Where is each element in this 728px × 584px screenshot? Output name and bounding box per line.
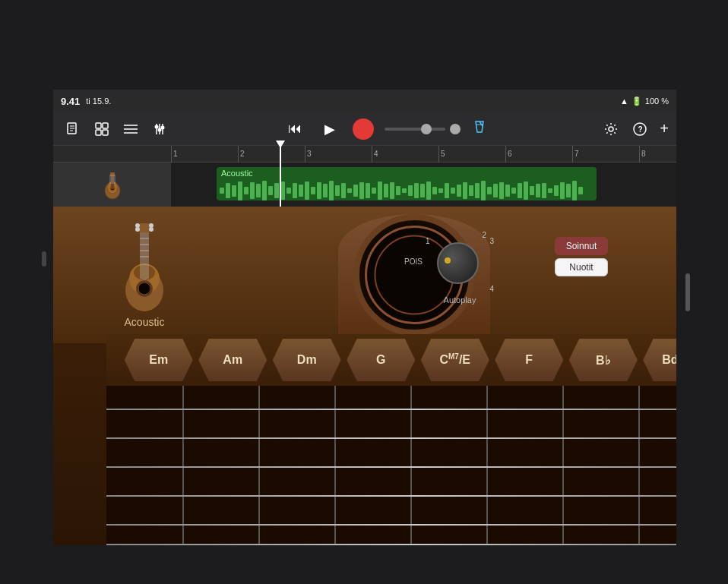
svg-rect-7 (103, 130, 108, 135)
guitar-large-icon (110, 222, 179, 313)
track-content: Acoustic (171, 163, 676, 207)
svg-line-18 (480, 122, 483, 126)
record-button[interactable] (353, 118, 374, 140)
timeline-area: 1 2 3 4 5 6 7 8 (53, 146, 676, 207)
clip-waveform (217, 179, 597, 200)
toolbar: ⏮ ▶ (53, 112, 676, 146)
playhead-line (280, 146, 281, 207)
knob-indicator-dot (445, 257, 451, 264)
clip-label: Acoustic (217, 167, 597, 179)
knob-pos-1: 1 (426, 237, 430, 245)
notes-mode-button[interactable]: Nuotit (555, 258, 608, 276)
status-date: ti 15.9. (86, 96, 111, 106)
svg-point-43 (138, 283, 150, 295)
metronome-button[interactable] (471, 118, 488, 139)
ruler: 1 2 3 4 5 6 7 8 (53, 146, 676, 163)
svg-point-41 (134, 265, 155, 280)
guitar-center (220, 214, 608, 336)
tracks-button[interactable] (90, 118, 114, 140)
fretboard[interactable] (106, 386, 676, 545)
chord-row: Em Am Dm G CM7/E F B♭ Bdim (106, 334, 676, 386)
track-guitar-icon (96, 168, 129, 201)
ruler-mark-1: 1 (171, 146, 238, 163)
new-document-button[interactable] (61, 118, 85, 140)
rewind-button[interactable]: ⏮ (283, 118, 307, 140)
chord-dm[interactable]: Dm (273, 339, 341, 381)
svg-rect-34 (139, 223, 150, 232)
playhead-cap (276, 140, 285, 148)
settings-button[interactable] (599, 118, 623, 140)
ruler-mark-3: 3 (305, 146, 372, 163)
mixer-button[interactable] (147, 118, 172, 140)
status-bar: 9.41 ti 15.9. ▲ 🔋 100 % (53, 90, 676, 112)
pois-label: POIS (404, 257, 423, 266)
string-6 (106, 544, 676, 545)
guitar-panel: Acoustic 2 1 3 (53, 207, 676, 343)
left-button (42, 251, 46, 267)
play-button[interactable]: ▶ (318, 118, 342, 140)
status-right: ▲ 🔋 100 % (620, 96, 669, 106)
toolbar-right: ? + (599, 118, 669, 140)
ruler-mark-5: 5 (438, 146, 505, 163)
chord-bdim[interactable]: Bdim (643, 339, 676, 381)
knob-pos-3: 3 (489, 237, 494, 245)
chord-g[interactable]: G (347, 339, 415, 381)
volume-thumb (421, 124, 432, 134)
autoplay-section: 2 1 3 4 POIS Autoplay (426, 231, 494, 305)
volume-slider[interactable] (385, 128, 445, 131)
chords-mode-button[interactable]: Soinnut (555, 237, 608, 255)
volume-control (385, 124, 461, 134)
autoplay-knob[interactable] (437, 242, 479, 284)
ruler-mark-2: 2 (238, 146, 305, 163)
string-5 (106, 524, 676, 526)
track-clip[interactable]: Acoustic (217, 167, 597, 200)
ruler-mark-7: 7 (572, 146, 639, 163)
wifi-icon: ▲ (620, 96, 628, 106)
chord-bb[interactable]: B♭ (569, 339, 638, 381)
ruler-marks: 1 2 3 4 5 6 7 8 (171, 146, 706, 163)
svg-rect-4 (96, 123, 101, 128)
chord-am[interactable]: Am (198, 339, 267, 381)
track-header[interactable] (53, 163, 171, 207)
string-3 (106, 466, 676, 468)
knob-pos-2: 2 (482, 231, 486, 239)
track-row: Acoustic (53, 163, 676, 207)
svg-point-38 (149, 227, 154, 232)
ruler-mark-4: 4 (372, 146, 438, 163)
guitar-icon-panel: Acoustic (68, 214, 220, 336)
knob-area: 2 1 3 4 POIS (426, 231, 494, 299)
knob-pos-4: 4 (489, 285, 494, 293)
mode-buttons: Soinnut Nuotit (555, 237, 608, 276)
status-time: 9.41 (61, 96, 80, 107)
svg-point-16 (161, 125, 165, 129)
svg-point-36 (135, 227, 140, 232)
battery-icon: 🔋 (631, 96, 642, 106)
svg-point-19 (609, 127, 613, 131)
string-2 (106, 437, 676, 439)
chord-em[interactable]: Em (125, 339, 193, 381)
string-4 (106, 495, 676, 497)
string-1 (106, 409, 676, 410)
svg-text:?: ? (638, 125, 643, 134)
transport-controls: ⏮ ▶ (176, 118, 594, 140)
svg-point-14 (155, 125, 159, 128)
ruler-mark-8: 8 (639, 146, 706, 163)
home-button[interactable] (685, 273, 690, 311)
help-button[interactable]: ? (628, 118, 652, 140)
list-button[interactable] (119, 118, 143, 140)
chord-cm7e[interactable]: CM7/E (421, 339, 489, 381)
add-track-button[interactable]: + (660, 120, 669, 137)
device-frame: 9.41 ti 15.9. ▲ 🔋 100 % (0, 0, 728, 584)
ruler-mark-6: 6 (505, 146, 572, 163)
instrument-area: Acoustic 2 1 3 (53, 207, 676, 545)
instrument-name: Acoustic (125, 316, 165, 328)
svg-rect-5 (103, 123, 108, 128)
battery-percent: 100 % (645, 96, 669, 106)
svg-rect-6 (96, 130, 101, 135)
chord-f[interactable]: F (495, 339, 563, 381)
volume-dot (450, 124, 461, 134)
svg-point-15 (158, 128, 162, 131)
